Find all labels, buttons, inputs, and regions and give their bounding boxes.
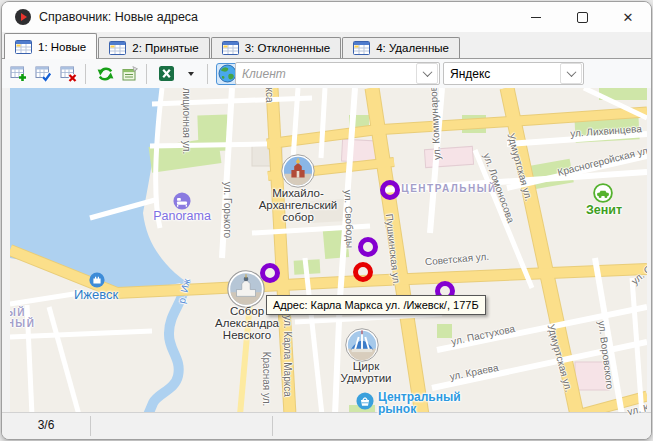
edit-record-button[interactable] <box>33 63 55 85</box>
properties-button[interactable] <box>119 63 141 85</box>
minimize-button[interactable] <box>513 2 559 32</box>
toolbar-separator <box>207 64 208 84</box>
district-label: НЫЙ <box>10 318 35 329</box>
dropdown-caret-icon <box>188 72 194 76</box>
app-icon <box>15 9 31 25</box>
street-label: ул. Карла Маркса <box>282 315 293 397</box>
toolbar-separator <box>85 64 86 84</box>
client-combobox[interactable]: Клиент <box>235 62 440 85</box>
statusbar-divider <box>90 416 91 436</box>
globe-icon <box>218 64 237 83</box>
toolbar-separator <box>146 64 147 84</box>
table-delete-icon <box>60 65 78 82</box>
map-provider-value: Яндекс <box>444 67 560 81</box>
tab-4[interactable]: 4: Удаленные <box>342 37 460 58</box>
tab-3[interactable]: 3: Отклоненные <box>211 37 342 58</box>
client-combobox-placeholder: Клиент <box>236 67 416 81</box>
panorama-hotel-label: Panorama <box>153 210 211 223</box>
udmurtia-circus-label: ЦиркУдмуртии <box>340 361 391 385</box>
table-add-icon <box>10 65 28 82</box>
delete-record-button[interactable] <box>58 63 80 85</box>
address-marker-red-ring[interactable] <box>353 262 373 282</box>
table-tab-icon <box>353 41 370 55</box>
tab-1[interactable]: 1: Новые <box>4 33 97 59</box>
tab-2[interactable]: 2: Принятые <box>98 37 209 58</box>
tab-label: 1: Новые <box>38 41 86 53</box>
statusbar-divider <box>272 416 273 436</box>
izhevsk-city-label-label: Ижевск <box>74 288 118 301</box>
central-market-poi-label: Центральныйрынок <box>378 391 461 415</box>
table-tab-icon <box>222 41 239 55</box>
table-check-icon <box>35 65 53 82</box>
status-bar: 3/6 <box>2 412 651 439</box>
zenit-poi-label: Зенит <box>586 204 622 217</box>
street-label: ул. Свободы <box>342 190 355 249</box>
tab-bar: 1: Новые2: Принятые3: Отклоненные4: Удал… <box>2 32 651 59</box>
titlebar: Справочник: Новые адреса ✕ <box>2 2 651 32</box>
map-canvas[interactable]: Милиционная ул.ул. Горькогоксаул. Карла … <box>10 88 647 415</box>
table-tab-icon <box>109 41 126 55</box>
add-record-button[interactable] <box>8 63 30 85</box>
address-marker-purple-ring[interactable] <box>380 180 400 200</box>
basket-icon[interactable] <box>356 392 374 414</box>
map-provider-combobox[interactable]: Яндекс <box>443 62 584 85</box>
export-options-button[interactable] <box>180 63 202 85</box>
chevron-down-icon[interactable] <box>560 63 582 84</box>
address-marker-purple-ring[interactable] <box>358 237 378 257</box>
tab-label: 2: Принятые <box>132 42 198 54</box>
record-counter: 3/6 <box>2 418 90 432</box>
form-properties-icon <box>121 65 139 82</box>
district-label: ЫЙ <box>10 307 26 318</box>
street-label: Красная ул. <box>261 352 272 407</box>
basemap <box>10 88 647 415</box>
mikhailo-arkhangelsky-cathedral-label: Михайло-Архангельскийсобор <box>259 188 338 224</box>
chevron-down-icon[interactable] <box>416 63 438 84</box>
maximize-button[interactable] <box>559 2 605 32</box>
street-label: ул. Горького <box>222 182 233 238</box>
window-title: Справочник: Новые адреса <box>39 10 198 24</box>
address-tooltip: Адрес: Карла Маркса ул. /Ижевск/, 177Б <box>266 295 486 315</box>
tab-label: 4: Удаленные <box>376 42 449 54</box>
tab-label: 3: Отклоненные <box>245 42 331 54</box>
excel-icon <box>158 65 175 82</box>
table-tab-icon <box>15 40 32 54</box>
refresh-button[interactable] <box>94 63 116 85</box>
street-label: кса <box>264 88 275 103</box>
district-label: ЦЕНТРАЛЬНЫЙ <box>401 183 496 194</box>
export-excel-button[interactable] <box>155 63 177 85</box>
app-window: Справочник: Новые адреса ✕ 1: Новые2: Пр… <box>1 1 652 440</box>
refresh-icon <box>96 65 115 83</box>
close-button[interactable]: ✕ <box>605 2 651 32</box>
street-label: Милиционная ул. <box>181 88 192 154</box>
address-marker-purple-ring[interactable] <box>260 263 280 283</box>
